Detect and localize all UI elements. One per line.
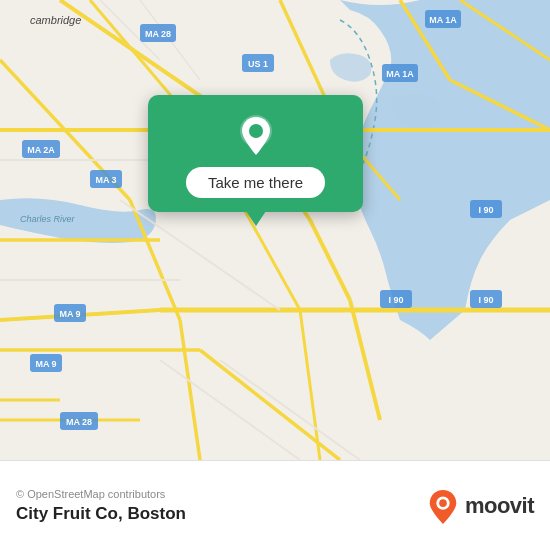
- place-name-text: City Fruit Co: [16, 504, 118, 523]
- svg-text:MA 1A: MA 1A: [386, 69, 414, 79]
- svg-text:I 90: I 90: [388, 295, 403, 305]
- take-me-there-button[interactable]: Take me there: [186, 167, 325, 198]
- svg-text:MA 28: MA 28: [66, 417, 92, 427]
- moovit-brand-text: moovit: [465, 493, 534, 519]
- place-name: City Fruit Co, Boston: [16, 504, 186, 524]
- svg-point-60: [439, 499, 447, 507]
- svg-text:MA 9: MA 9: [35, 359, 56, 369]
- moovit-pin-icon: [427, 488, 459, 524]
- svg-text:MA 3: MA 3: [95, 175, 116, 185]
- city-text: Boston: [127, 504, 186, 523]
- svg-text:MA 9: MA 9: [59, 309, 80, 319]
- map-container: MA 1A MA 1A MA 28 US 1 MA 2A MA 3 I 90 I…: [0, 0, 550, 460]
- svg-text:cambridge: cambridge: [30, 14, 81, 26]
- popup-card: Take me there: [148, 95, 363, 212]
- svg-text:I 90: I 90: [478, 205, 493, 215]
- svg-text:US 1: US 1: [248, 59, 268, 69]
- svg-text:MA 2A: MA 2A: [27, 145, 55, 155]
- svg-text:MA 1A: MA 1A: [429, 15, 457, 25]
- map-background: MA 1A MA 1A MA 28 US 1 MA 2A MA 3 I 90 I…: [0, 0, 550, 460]
- info-bar: © OpenStreetMap contributors City Fruit …: [0, 460, 550, 550]
- svg-text:I 90: I 90: [478, 295, 493, 305]
- svg-text:MA 28: MA 28: [145, 29, 171, 39]
- svg-text:Charles River: Charles River: [20, 214, 76, 224]
- attribution: © OpenStreetMap contributors: [16, 488, 186, 500]
- info-left: © OpenStreetMap contributors City Fruit …: [16, 488, 186, 524]
- svg-point-58: [249, 124, 263, 138]
- map-pin-icon: [234, 113, 278, 157]
- moovit-logo: moovit: [427, 488, 534, 524]
